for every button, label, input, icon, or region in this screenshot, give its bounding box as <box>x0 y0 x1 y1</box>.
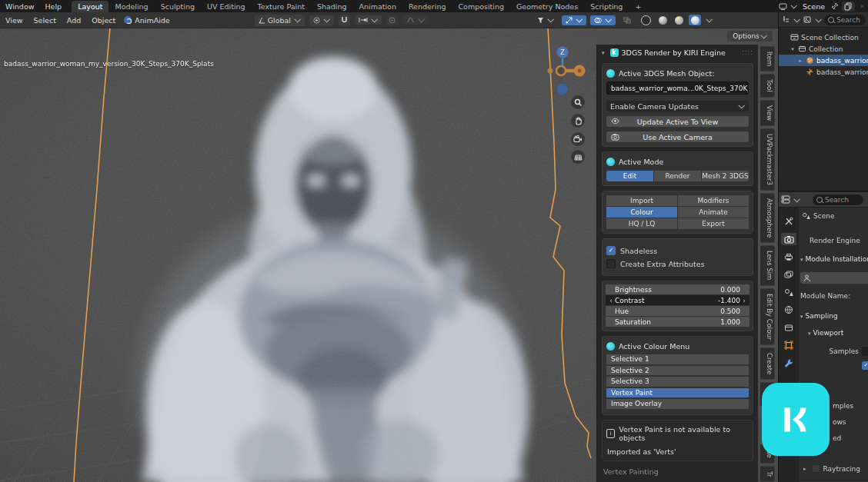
slider-contrast[interactable]: ‹Contrast-1.400› <box>606 295 749 305</box>
use-active-camera-button[interactable]: Use Active Camera <box>606 131 749 142</box>
tab-scene[interactable] <box>781 286 796 298</box>
overlays-dropdown[interactable] <box>590 15 616 25</box>
chevron-down-icon[interactable] <box>790 2 796 8</box>
orthographic-toggle-button[interactable] <box>571 150 585 164</box>
properties-search-input[interactable]: Search <box>813 194 863 205</box>
mesh-object-field[interactable]: badass_warrior_woma...0K_Steps_370K_Spla… <box>606 81 749 95</box>
action-button-hq-lq[interactable]: HQ / LQ <box>606 218 677 229</box>
shading-rendered-button[interactable] <box>689 15 701 25</box>
viewport-menu-add[interactable]: Add <box>62 16 86 25</box>
sampling-checkbox[interactable]: ✓ <box>862 361 868 370</box>
camera-updates-dropdown[interactable]: Enable Camera Updates <box>606 101 749 111</box>
action-button-modifiers[interactable]: Modifiers <box>678 195 749 206</box>
animaide-button[interactable]: AnimAide <box>124 16 169 25</box>
sidebar-tab-atmosphere[interactable]: Atmosphere <box>760 193 775 243</box>
sidebar-tab-lens-sim[interactable]: Lens Sim <box>760 245 775 285</box>
proportional-editing-toggle[interactable] <box>386 15 398 25</box>
outliner-row-collection[interactable]: ▾Collection <box>779 43 868 55</box>
tab-collection[interactable] <box>781 321 796 334</box>
scene-name[interactable]: Scene <box>800 2 828 11</box>
tab-world[interactable] <box>781 304 796 316</box>
sidebar-tab-uvpackmaster3[interactable]: UVPackmaster3 <box>760 128 775 191</box>
snap-toggle[interactable] <box>339 15 350 25</box>
action-button-export[interactable]: Export <box>678 218 749 229</box>
colour-option-selective-3[interactable]: Selective 3 <box>606 377 749 387</box>
workspace-tab-uv-editing[interactable]: UV Editing <box>201 1 252 12</box>
slider-right-arrow[interactable]: › <box>742 297 746 304</box>
outliner-search-input[interactable]: Search <box>824 15 866 25</box>
browse-scene-icon[interactable] <box>778 2 787 11</box>
sidebar-tab-partial-tr[interactable]: Tr <box>760 466 775 482</box>
slider-hue[interactable]: Hue0.500 <box>606 306 749 316</box>
workspace-tab-shading[interactable]: Shading <box>311 1 353 12</box>
chevron-down-icon[interactable] <box>706 16 712 22</box>
gizmos-dropdown[interactable] <box>562 15 586 25</box>
shading-solid-button[interactable] <box>656 15 669 25</box>
menu-window[interactable]: Window <box>0 2 39 11</box>
workspace-tab-rendering[interactable]: Rendering <box>402 1 452 12</box>
raytracing-section[interactable]: ▸ Raytracing <box>803 464 860 473</box>
panel-header[interactable]: ▾ k 3DGS Render by KIRI Engine :::: <box>602 47 753 58</box>
colour-option-vertex-paint[interactable]: Vertex Paint <box>606 388 749 398</box>
collapse-icon[interactable]: ▾ <box>602 50 605 56</box>
menu-help[interactable]: Help <box>39 2 67 11</box>
slider-saturation[interactable]: Saturation1.000 <box>606 317 749 327</box>
mode-button-render[interactable]: Render <box>654 171 701 181</box>
samples-field[interactable] <box>862 347 868 356</box>
sidebar-tab-tool[interactable]: Tool <box>760 74 775 98</box>
falloff-dropdown[interactable] <box>402 15 429 25</box>
tab-view-layer[interactable] <box>781 268 796 281</box>
tab-render[interactable] <box>781 233 796 245</box>
workspace-tab-compositing[interactable]: Compositing <box>452 1 510 12</box>
colour-option-selective-2[interactable]: Selective 2 <box>606 366 749 376</box>
outliner-row-badass-warrior[interactable]: badass_warrior <box>779 66 868 78</box>
colour-option-selective-1[interactable]: Selective 1 <box>606 354 749 364</box>
pan-button[interactable] <box>571 114 585 128</box>
sidebar-tab-edit-by-colour[interactable]: Edit By Colour <box>760 288 775 345</box>
panel-grip-icon[interactable]: :::: <box>742 49 753 56</box>
viewport-menu-object[interactable]: Object <box>86 16 121 25</box>
editor-type-dropdown[interactable] <box>781 195 790 204</box>
update-active-to-view-button[interactable]: Update Active To View <box>606 116 749 127</box>
zoom-button[interactable] <box>571 95 585 109</box>
breadcrumb[interactable]: Scene <box>802 212 834 220</box>
add-workspace-button[interactable]: + <box>629 2 647 11</box>
options-button[interactable]: Options <box>727 31 773 42</box>
install-button[interactable]: In <box>800 272 868 284</box>
tab-output[interactable] <box>781 251 796 263</box>
expander-icon[interactable]: ▸ <box>797 58 803 64</box>
tab-object[interactable] <box>781 339 796 351</box>
workspace-tab-animation[interactable]: Animation <box>353 1 402 12</box>
snap-target-dropdown[interactable] <box>355 15 382 25</box>
viewport-menu-view[interactable]: View <box>0 16 28 25</box>
viewport-subsection[interactable]: ▾Viewport <box>808 329 843 337</box>
mode-button-mesh-2-3dgs[interactable]: Mesh 2 3DGS <box>702 171 749 181</box>
action-button-animate[interactable]: Animate <box>678 207 749 218</box>
workspace-tab-scripting[interactable]: Scripting <box>584 1 629 12</box>
raytracing-checkbox[interactable] <box>812 464 820 473</box>
camera-view-button[interactable] <box>571 132 585 146</box>
mode-button-edit[interactable]: Edit <box>606 171 653 181</box>
tab-tool[interactable] <box>781 215 796 228</box>
action-button-import[interactable]: Import <box>606 195 677 206</box>
action-button-colour[interactable]: Colour <box>606 207 677 218</box>
slider-brightness[interactable]: Brightness0.000 <box>606 284 749 294</box>
shading-wireframe-button[interactable] <box>639 14 653 26</box>
expander-icon[interactable]: ▾ <box>790 46 796 52</box>
outliner-row-scene-collection[interactable]: Scene Collection <box>779 32 868 43</box>
sidebar-tab-view[interactable]: View <box>760 100 775 126</box>
vertex-painting-section-label[interactable]: Vertex Painting <box>602 467 753 476</box>
outliner-row-badass-warrior[interactable]: ▸badass_warrior <box>779 55 868 66</box>
workspace-tab-geometry-nodes[interactable]: Geometry Nodes <box>510 1 584 12</box>
object-type-visibility-dropdown[interactable] <box>533 15 558 25</box>
pivot-dropdown[interactable] <box>309 15 334 25</box>
close-icon[interactable]: ✕ <box>857 2 866 11</box>
workspace-tab-sculpting[interactable]: Sculpting <box>155 1 201 12</box>
sampling-section[interactable]: ▾Sampling <box>800 312 838 320</box>
xray-toggle[interactable] <box>619 15 635 25</box>
module-installation-section[interactable]: ▾Module Installation <box>800 255 868 263</box>
tab-modifiers[interactable] <box>781 357 796 369</box>
slider-left-arrow[interactable]: ‹ <box>609 297 613 304</box>
colour-option-image-overlay[interactable]: Image Overlay <box>606 399 749 409</box>
shading-material-button[interactable] <box>673 15 685 25</box>
